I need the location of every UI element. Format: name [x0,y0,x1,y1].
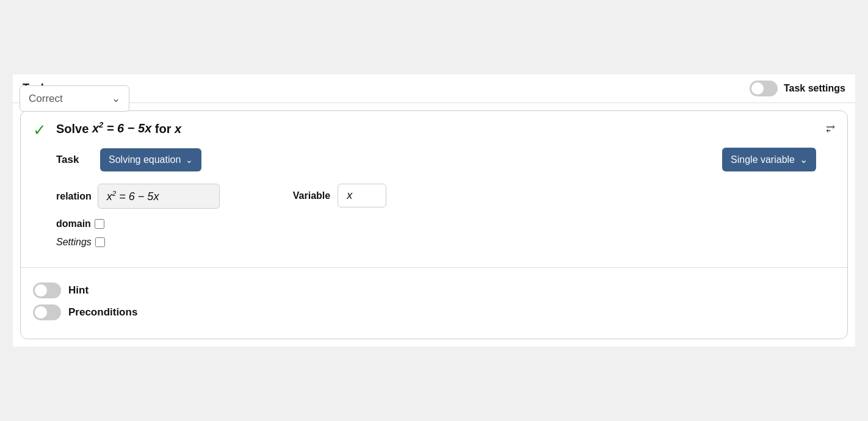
bottom-section: Hint Preconditions [21,275,847,339]
main-card: ✓ Solve x2 = 6 − 5x for x Task Solving e… [20,110,848,340]
hint-row: Hint [33,282,835,298]
header-content: Solve x2 = 6 − 5x for x Task Solving equ… [56,121,816,256]
hint-toggle[interactable] [33,282,61,298]
relation-group: relation x2 = 6 − 5x [56,184,220,209]
settings-checkbox[interactable] [95,237,105,247]
domain-checkbox[interactable] [95,219,104,229]
solving-equation-chevron: ⌄ [186,155,193,165]
solve-text: Solve [56,121,92,135]
single-variable-dropdown[interactable]: Single variable ⌄ [722,148,816,171]
variable-label: Variable [293,190,330,201]
single-variable-chevron: ⌄ [800,154,808,165]
variable-input[interactable]: x [338,184,386,207]
domain-row: domain [56,218,816,229]
solving-equation-label: Solving equation [109,154,181,165]
top-bar-right: Task settings [750,81,845,96]
hint-label: Hint [68,284,89,297]
equation-title: Solve x2 = 6 − 5x for x [56,121,816,136]
task-label: Task [56,154,93,166]
relation-label: relation [56,191,92,202]
settings-label: Settings [56,237,92,248]
correct-dropdown[interactable]: Correct ⌄ [20,110,129,112]
task-settings-toggle[interactable] [750,81,778,96]
domain-label: domain [56,218,91,229]
relation-input[interactable]: x2 = 6 − 5x [98,184,220,209]
solving-equation-dropdown[interactable]: Solving equation ⌄ [100,148,201,171]
for-text: for x [151,121,181,135]
divider [21,267,847,268]
task-settings-label: Task settings [784,83,845,94]
single-variable-label: Single variable [731,154,795,165]
task-row: Task Solving equation ⌄ Single variable … [56,148,816,171]
preconditions-row: Preconditions [33,304,835,320]
settings-row: Settings [56,237,816,248]
preconditions-toggle[interactable] [33,304,61,320]
checkmark-icon: ✓ [33,122,46,138]
x-var: x2 = 6 − 5x [92,121,151,135]
variable-section: Variable x [293,184,386,207]
fields-row: relation x2 = 6 − 5x Variable x [56,184,816,209]
card-header: ✓ Solve x2 = 6 − 5x for x Task Solving e… [21,111,847,263]
collapse-icon[interactable]: ⥂ [826,122,835,135]
top-bar: Task Task settings [13,74,855,103]
preconditions-label: Preconditions [68,306,137,318]
correct-dropdown-wrapper: Correct ⌄ [20,110,129,112]
app-wrapper: Task Task settings ✓ Solve x2 = 6 − 5x f… [13,74,855,347]
